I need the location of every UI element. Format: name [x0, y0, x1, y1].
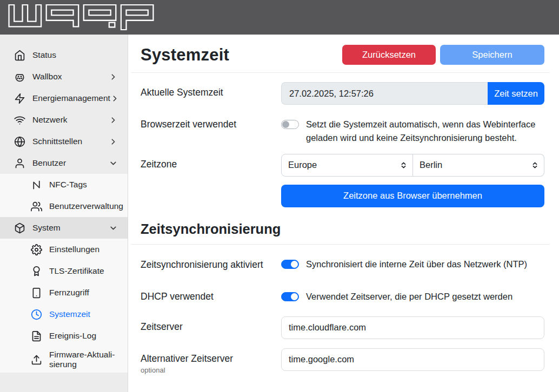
wallbox-socket-icon	[14, 71, 25, 83]
dhcp-help: Verwendet Zeitserver, die per DHCP geset…	[306, 290, 513, 303]
dhcp-label: DHCP verwendet	[141, 286, 281, 303]
save-button[interactable]: Speichern	[440, 45, 544, 65]
sidebar-item-label: Schnittstellen	[32, 137, 82, 146]
sidebar-item-benutzerverwaltung[interactable]: Benutzerverwaltung	[0, 195, 128, 217]
sidebar-item-label: Firmware-Aktuali- sierung	[49, 350, 115, 370]
sidebar-item-benutzer[interactable]: Benutzer	[0, 152, 128, 174]
lightning-icon	[14, 93, 25, 104]
file-text-icon	[31, 330, 42, 342]
home-icon	[14, 50, 25, 61]
current-time-input[interactable]	[281, 82, 488, 105]
sidebar-item-label: Ereignis-Log	[49, 331, 96, 341]
app-header	[0, 0, 559, 35]
browser-time-help: Setzt die Systemzeit automatisch, wenn d…	[306, 118, 544, 145]
sidebar-item-label: Wallbox	[32, 72, 62, 82]
sidebar-item-label: TLS-Zertifikate	[49, 266, 104, 276]
sidebar-item-ereignis-log[interactable]: Ereignis-Log	[0, 325, 128, 347]
main-content: Systemzeit Zurücksetzen Speichern Aktuel…	[128, 35, 559, 392]
chevron-right-icon	[109, 72, 118, 82]
box-icon	[14, 222, 25, 234]
chevron-down-icon	[109, 159, 118, 168]
reset-button[interactable]: Zurücksetzen	[342, 45, 436, 65]
sidebar-item-label: Systemzeit	[49, 309, 90, 319]
sync-enabled-label: Zeitsynchronisierung aktiviert	[141, 254, 281, 272]
timezone-region-value: Europe	[288, 160, 317, 170]
page-title: Systemzeit	[141, 45, 229, 65]
alt-time-server-input[interactable]	[281, 348, 544, 371]
sidebar-item-wallbox[interactable]: Wallbox	[0, 66, 128, 87]
sidebar-item-label: Fernzugriff	[49, 288, 89, 298]
sidebar-item-label: Benutzerverwaltung	[49, 201, 123, 211]
sidebar-item-nfc-tags[interactable]: NFC-Tags	[0, 174, 128, 195]
timezone-label: Zeitzone	[141, 154, 281, 177]
current-time-label: Aktuelle Systemzeit	[141, 82, 281, 105]
select-arrows-icon	[400, 160, 408, 170]
timezone-city-value: Berlin	[420, 160, 442, 170]
alt-time-server-label: Alternativer Zeitserver	[141, 353, 274, 364]
dhcp-toggle[interactable]	[281, 292, 299, 301]
sidebar-item-label: Benutzer	[32, 158, 66, 168]
sidebar-item-netzwerk[interactable]: Netzwerk	[0, 109, 128, 131]
chevron-down-icon	[109, 224, 118, 233]
select-arrows-icon	[531, 160, 539, 170]
spacer	[141, 185, 281, 207]
sidebar-item-label: System	[32, 223, 61, 233]
sidebar-item-einstellungen[interactable]: Einstellungen	[0, 239, 128, 260]
users-icon	[31, 201, 42, 212]
certificate-icon	[31, 266, 42, 277]
sidebar-item-tls-zertifikate[interactable]: TLS-Zertifikate	[0, 260, 128, 282]
sidebar-item-fernzugriff[interactable]: Fernzugriff	[0, 282, 128, 303]
chevron-right-icon	[109, 116, 118, 125]
gear-icon	[31, 244, 42, 255]
browser-time-toggle[interactable]	[281, 120, 299, 129]
warp-logo	[8, 4, 155, 30]
sync-section-heading: Zeitsynchronisierung	[141, 221, 544, 237]
sidebar-item-energiemanagement[interactable]: Energiemanagement	[0, 87, 128, 109]
sidebar: Status Wallbox Energiemanagement N	[0, 35, 128, 392]
user-icon	[14, 158, 25, 169]
time-server-label: Zeitserver	[141, 316, 281, 339]
timezone-city-select[interactable]: Berlin	[413, 154, 544, 177]
globe-icon	[14, 136, 25, 147]
sync-enabled-toggle[interactable]	[281, 260, 299, 269]
benutzer-submenu: NFC-Tags Benutzerverwaltung	[0, 174, 128, 217]
sidebar-item-label: Netzwerk	[32, 115, 68, 125]
chevron-right-icon	[110, 94, 119, 103]
sidebar-item-label: Einstellungen	[49, 245, 99, 254]
wifi-icon	[14, 114, 25, 126]
timezone-region-select[interactable]: Europe	[281, 154, 413, 177]
clock-icon	[31, 309, 42, 320]
sidebar-item-label: NFC-Tags	[49, 180, 87, 190]
system-submenu: Einstellungen TLS-Zertifikate Fernzugrif…	[0, 239, 128, 373]
smartphone-icon	[31, 287, 42, 299]
time-server-input[interactable]	[281, 316, 544, 339]
toggle-knob	[291, 261, 298, 268]
nfc-icon	[31, 179, 42, 191]
timezone-from-browser-button[interactable]: Zeitzone aus Browser übernehmen	[281, 185, 544, 207]
sidebar-item-label: Energiemanagement	[32, 93, 110, 103]
sync-enabled-help: Synchronisiert die interne Zeit über das…	[306, 258, 527, 271]
chevron-right-icon	[109, 137, 118, 146]
toggle-knob	[291, 293, 298, 300]
upload-icon	[31, 354, 42, 366]
sidebar-item-status[interactable]: Status	[0, 44, 128, 66]
sidebar-item-system[interactable]: System	[0, 217, 128, 239]
set-time-button[interactable]: Zeit setzen	[488, 82, 544, 105]
toggle-knob	[282, 121, 289, 128]
sidebar-item-schnittstellen[interactable]: Schnittstellen	[0, 131, 128, 152]
sidebar-item-firmware-aktualisierung[interactable]: Firmware-Aktuali- sierung	[0, 347, 128, 373]
alt-time-server-note: optional	[141, 366, 274, 374]
sidebar-item-label: Status	[32, 50, 56, 60]
browser-time-label: Browserzeit verwendet	[141, 114, 281, 145]
sidebar-item-systemzeit[interactable]: Systemzeit	[0, 303, 128, 325]
